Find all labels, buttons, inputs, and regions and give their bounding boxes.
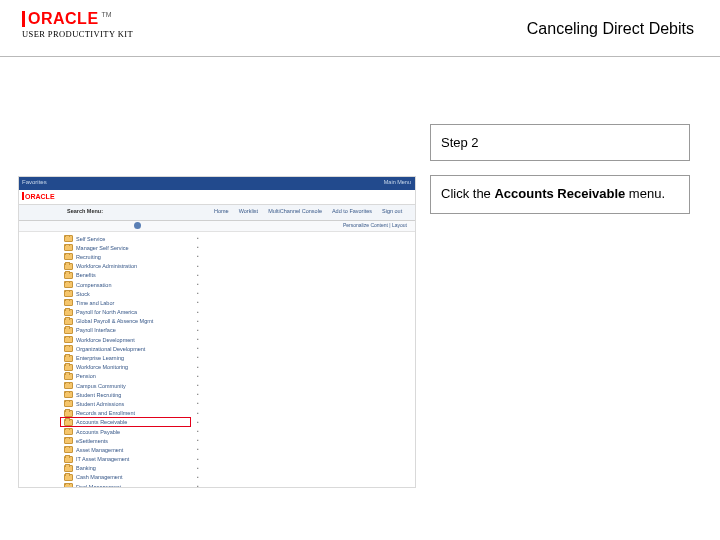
menu-item-label: Cash Management — [76, 474, 122, 480]
menu-item[interactable]: Workforce Monitoring — [64, 363, 184, 372]
submenu-indicator-icon: ▪ — [195, 317, 201, 326]
menu-item[interactable]: Asset Management — [64, 445, 184, 454]
personalize-link[interactable]: Personalize Content | Layout — [343, 222, 407, 228]
menu-item[interactable]: Deal Management — [64, 482, 184, 488]
menu-item-label: Records and Enrollment — [76, 410, 135, 416]
link-home[interactable]: Home — [214, 208, 229, 214]
submenu-indicator-icon: ▪ — [195, 372, 201, 381]
link-mcc[interactable]: MultiChannel Console — [268, 208, 322, 214]
folder-icon — [64, 281, 73, 288]
menu-item-label: Accounts Receivable — [76, 419, 127, 425]
submenu-indicator-icon: ▪ — [195, 234, 201, 243]
folder-icon — [64, 299, 73, 306]
menu-item-label: Accounts Payable — [76, 429, 120, 435]
main-menu-column: Self ServiceManager Self ServiceRecruiti… — [64, 234, 184, 488]
menu-item[interactable]: Accounts Receivable — [64, 418, 184, 427]
folder-icon — [64, 474, 73, 481]
menu-item-label: Payroll for North America — [76, 309, 137, 315]
menu-item[interactable]: Global Payroll & Absence Mgmt — [64, 317, 184, 326]
menu-item[interactable]: Workforce Development — [64, 335, 184, 344]
menu-item[interactable]: Manager Self Service — [64, 243, 184, 252]
link-worklist[interactable]: Worklist — [239, 208, 258, 214]
link-fav[interactable]: Add to Favorites — [332, 208, 372, 214]
menu-item-label: IT Asset Management — [76, 456, 129, 462]
submenu-indicator-icon: ▪ — [195, 335, 201, 344]
submenu-indicator-icon: ▪ — [195, 436, 201, 445]
menu-item[interactable]: Organizational Development — [64, 344, 184, 353]
submenu-indicator-icon: ▪ — [195, 252, 201, 261]
menu-item[interactable]: Payroll Interface — [64, 326, 184, 335]
folder-icon — [64, 400, 73, 407]
submenu-indicator-icon: ▪ — [195, 399, 201, 408]
logo-text: ORACLE — [28, 10, 99, 28]
instruction-panel: Step 2 Click the Accounts Receivable men… — [430, 124, 690, 228]
menu-item[interactable]: Enterprise Learning — [64, 353, 184, 362]
folder-icon — [64, 272, 73, 279]
menu-item[interactable]: Self Service — [64, 234, 184, 243]
search-go-icon[interactable] — [134, 222, 141, 229]
menu-item[interactable]: Pension — [64, 372, 184, 381]
submenu-indicator-icon: ▪ — [195, 326, 201, 335]
folder-icon — [64, 327, 73, 334]
oracle-upk-logo: ORACLE TM USER PRODUCTIVITY KIT — [22, 10, 133, 39]
search-menu-label: Search Menu: — [67, 208, 103, 214]
submenu-indicator-icon: ▪ — [195, 344, 201, 353]
menu-item-label: Compensation — [76, 282, 111, 288]
submenu-indicator-icon: ▪ — [195, 482, 201, 488]
app-subbar: Personalize Content | Layout — [19, 221, 415, 232]
instr-suffix: menu. — [625, 186, 665, 201]
folder-icon — [64, 419, 73, 426]
folder-icon — [64, 437, 73, 444]
menu-item[interactable]: eSettlements — [64, 436, 184, 445]
instr-prefix: Click the — [441, 186, 494, 201]
menu-item-label: Workforce Development — [76, 337, 135, 343]
submenu-indicator-icon: ▪ — [195, 271, 201, 280]
menu-item-label: Deal Management — [76, 484, 121, 488]
folder-icon — [64, 382, 73, 389]
menu-item[interactable]: Records and Enrollment — [64, 409, 184, 418]
submenu-indicator-icon: ▪ — [195, 390, 201, 399]
menu-item[interactable]: Banking — [64, 464, 184, 473]
folder-icon — [64, 336, 73, 343]
menu-item[interactable]: IT Asset Management — [64, 455, 184, 464]
menu-item-label: Campus Community — [76, 383, 126, 389]
menu-item-label: Recruiting — [76, 254, 101, 260]
menu-item-label: Benefits — [76, 272, 96, 278]
folder-icon — [64, 244, 73, 251]
menu-item[interactable]: Campus Community — [64, 381, 184, 390]
folder-icon — [64, 483, 73, 488]
folder-icon — [64, 364, 73, 371]
menu-item-label: eSettlements — [76, 438, 108, 444]
menu-item[interactable]: Time and Labor — [64, 298, 184, 307]
page-header: ORACLE TM USER PRODUCTIVITY KIT Cancelin… — [0, 0, 720, 58]
submenu-indicator-icon: ▪ — [195, 427, 201, 436]
submenu-indicator-icon: ▪ — [195, 243, 201, 252]
menu-item[interactable]: Cash Management — [64, 473, 184, 482]
topbar-right: Main Menu — [384, 179, 411, 185]
menu-item[interactable]: Compensation — [64, 280, 184, 289]
menu-item-label: Student Admissions — [76, 401, 124, 407]
instr-bold: Accounts Receivable — [494, 186, 625, 201]
submenu-indicator-icon: ▪ — [195, 409, 201, 418]
submenu-indicator-icon: ▪ — [195, 445, 201, 454]
folder-icon — [64, 235, 73, 242]
submenu-indicator-icon: ▪ — [195, 262, 201, 271]
menu-item-label: Stock — [76, 291, 90, 297]
menu-item[interactable]: Payroll for North America — [64, 308, 184, 317]
menu-item[interactable]: Benefits — [64, 271, 184, 280]
submenu-indicator-icon: ▪ — [195, 298, 201, 307]
submenu-indicator-icon: ▪ — [195, 381, 201, 390]
folder-icon — [64, 373, 73, 380]
main-menu-area: Self ServiceManager Self ServiceRecruiti… — [19, 232, 415, 488]
menu-item[interactable]: Accounts Payable — [64, 427, 184, 436]
menu-item[interactable]: Recruiting — [64, 252, 184, 261]
menu-item-label: Manager Self Service — [76, 245, 129, 251]
menu-item[interactable]: Student Admissions — [64, 399, 184, 408]
menu-item-label: Time and Labor — [76, 300, 114, 306]
folder-icon — [64, 309, 73, 316]
menu-item[interactable]: Stock — [64, 289, 184, 298]
menu-item-label: Banking — [76, 465, 96, 471]
menu-item[interactable]: Student Recruiting — [64, 390, 184, 399]
menu-item[interactable]: Workforce Administration — [64, 262, 184, 271]
link-signout[interactable]: Sign out — [382, 208, 402, 214]
